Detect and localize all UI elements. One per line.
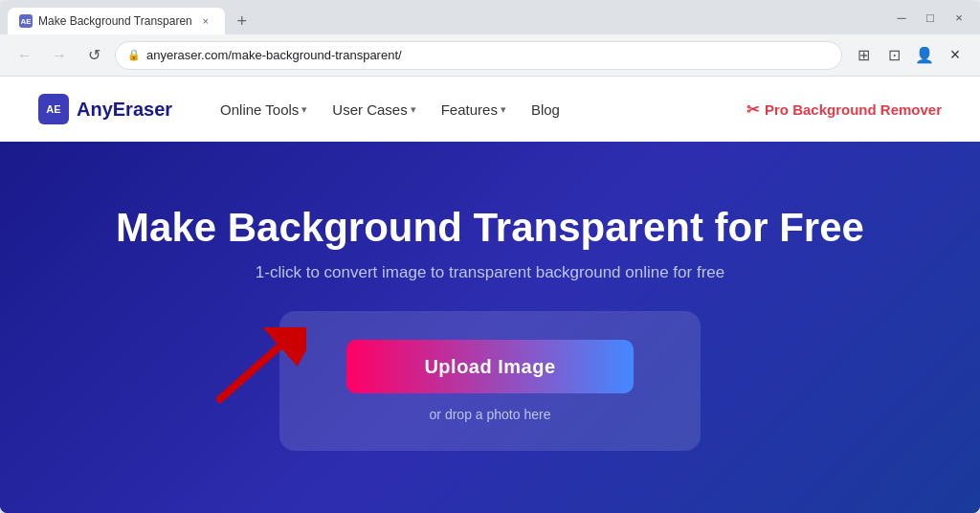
tab-close-button[interactable]: × [198, 13, 213, 29]
forward-button[interactable]: → [46, 42, 73, 69]
tab-bar: AE Make Background Transparen × + [8, 0, 884, 34]
nav-blog[interactable]: Blog [522, 96, 569, 123]
menu-icon[interactable]: × [942, 42, 969, 69]
tab-title: Make Background Transparen [38, 14, 192, 28]
pro-label: Pro Background Remover [765, 101, 942, 118]
pro-background-remover-button[interactable]: ✂ Pro Background Remover [746, 100, 942, 119]
address-text: anyeraser.com/make-background-transparen… [146, 48, 830, 62]
hero-title: Make Background Transparent for Free [116, 204, 864, 252]
hero-section: Make Background Transparent for Free 1-c… [0, 142, 980, 513]
lock-icon: 🔒 [127, 49, 141, 61]
blog-label: Blog [531, 101, 560, 118]
browser-toolbar: ← → ↺ 🔒 anyeraser.com/make-background-tr… [0, 34, 980, 77]
site-nav: AE AnyEraser Online Tools ▾ User Cases ▾… [0, 77, 980, 142]
minimize-button[interactable]: ─ [888, 4, 915, 31]
browser-window: AE Make Background Transparen × + ─ □ × … [0, 0, 980, 513]
tab-favicon: AE [19, 14, 33, 28]
window-controls: ─ □ × [888, 4, 972, 31]
logo-icon: AE [38, 94, 69, 124]
reload-button[interactable]: ↺ [80, 42, 107, 69]
split-screen-icon[interactable]: ⊡ [880, 42, 907, 69]
features-chevron: ▾ [501, 103, 506, 116]
nav-online-tools[interactable]: Online Tools ▾ [211, 96, 317, 123]
close-window-button[interactable]: × [946, 4, 972, 31]
website-content: AE AnyEraser Online Tools ▾ User Cases ▾… [0, 77, 980, 513]
nav-user-cases[interactable]: User Cases ▾ [323, 96, 425, 123]
online-tools-label: Online Tools [220, 101, 299, 118]
logo-area: AE AnyEraser [38, 94, 172, 124]
svg-line-1 [220, 346, 279, 399]
nav-links: Online Tools ▾ User Cases ▾ Features ▾ B… [211, 96, 942, 123]
hero-subtitle: 1-click to convert image to transparent … [256, 263, 724, 282]
online-tools-chevron: ▾ [301, 103, 307, 116]
user-cases-label: User Cases [332, 101, 407, 118]
features-label: Features [441, 101, 498, 118]
account-icon[interactable]: 👤 [911, 42, 938, 69]
upload-card: Upload Image or drop a photo here [279, 311, 701, 451]
upload-image-button[interactable]: Upload Image [346, 340, 634, 393]
maximize-button[interactable]: □ [917, 4, 944, 31]
drop-text: or drop a photo here [430, 407, 551, 422]
active-tab[interactable]: AE Make Background Transparen × [8, 8, 225, 34]
toolbar-right: ⊞ ⊡ 👤 × [850, 42, 969, 69]
back-button[interactable]: ← [11, 42, 38, 69]
arrow-pointer [211, 327, 306, 408]
pro-icon: ✂ [746, 100, 759, 119]
translate-icon[interactable]: ⊞ [850, 42, 877, 69]
user-cases-chevron: ▾ [411, 103, 416, 116]
nav-features[interactable]: Features ▾ [432, 96, 516, 123]
logo-text: AnyEraser [77, 99, 172, 121]
address-bar[interactable]: 🔒 anyeraser.com/make-background-transpar… [115, 41, 842, 70]
red-arrow-svg [211, 327, 306, 404]
browser-titlebar: AE Make Background Transparen × + ─ □ × [0, 0, 980, 34]
new-tab-button[interactable]: + [229, 8, 256, 34]
